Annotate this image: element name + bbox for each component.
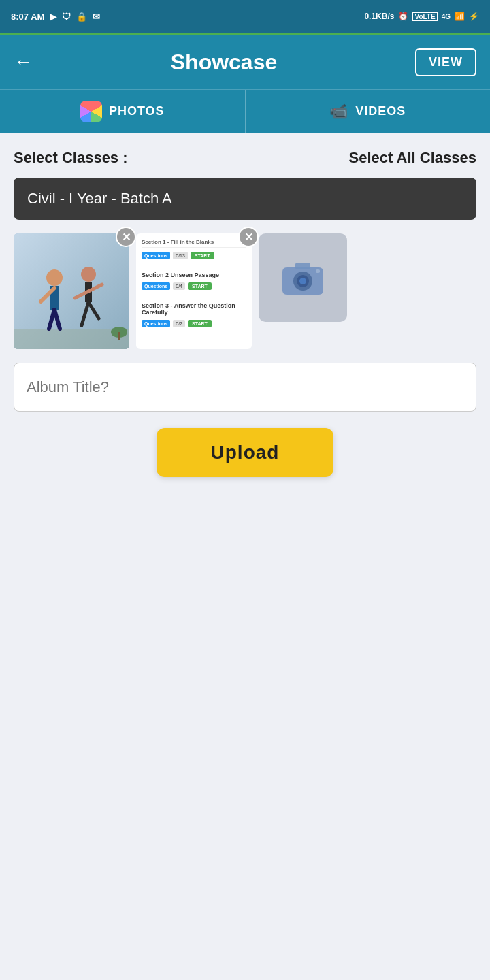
upload-button-wrapper: Upload <box>14 428 476 477</box>
photos-icon <box>80 101 102 122</box>
tabs-bar: PHOTOS 📹 VIDEOS <box>0 89 490 133</box>
remove-photo-2-button[interactable]: ✕ <box>238 227 259 247</box>
battery-icon: ⚡ <box>469 12 479 21</box>
tab-photos[interactable]: PHOTOS <box>0 90 246 133</box>
vpn-icon: 🔒 <box>76 12 87 22</box>
alarm-icon: ⏰ <box>398 12 408 21</box>
header: ← Showcase VIEW <box>0 35 490 89</box>
svg-rect-3 <box>118 332 120 340</box>
add-photo-button[interactable] <box>259 233 347 322</box>
select-all-classes-button[interactable]: Select All Classes <box>348 149 476 167</box>
content-area: Select Classes : Select All Classes Civi… <box>0 133 490 980</box>
selected-class-text: Civil - I Year - Batch A <box>27 190 172 207</box>
select-classes-row: Select Classes : Select All Classes <box>14 149 476 167</box>
shield-icon: 🛡 <box>62 12 71 22</box>
photo-thumb-2[interactable]: Section 1 - Fill in the Blanks Questions… <box>136 233 252 349</box>
svg-point-4 <box>46 270 63 286</box>
remove-photo-1-button[interactable]: ✕ <box>116 227 136 247</box>
gmail-icon: ✉ <box>93 12 100 22</box>
back-button[interactable]: ← <box>14 51 33 73</box>
svg-rect-19 <box>295 263 310 270</box>
volte-icon: VoLTE <box>412 12 437 21</box>
svg-rect-20 <box>316 270 320 273</box>
tab-photos-label: PHOTOS <box>109 104 165 118</box>
yoga-image-svg <box>14 233 129 349</box>
page-title: Showcase <box>33 50 415 75</box>
youtube-icon: ▶ <box>50 12 56 22</box>
status-bar: 8:07 AM ▶ 🛡 🔒 ✉ 0.1KB/s ⏰ VoLTE 4G 📶 ⚡ <box>0 0 490 33</box>
tab-videos[interactable]: 📹 VIDEOS <box>246 90 491 133</box>
status-right: 0.1KB/s ⏰ VoLTE 4G 📶 ⚡ <box>364 12 479 21</box>
video-icon: 📹 <box>329 103 348 120</box>
view-button[interactable]: VIEW <box>415 48 476 76</box>
upload-button[interactable]: Upload <box>157 428 334 477</box>
class-dropdown[interactable]: Civil - I Year - Batch A <box>14 178 476 220</box>
status-left: 8:07 AM ▶ 🛡 🔒 ✉ <box>11 12 100 22</box>
svg-point-9 <box>81 267 96 282</box>
yoga-photo <box>14 233 129 349</box>
speed-indicator: 0.1KB/s <box>364 12 394 21</box>
signal-icon: 📶 <box>455 12 465 21</box>
quiz-photo: Section 1 - Fill in the Blanks Questions… <box>136 233 252 349</box>
photo-thumb-1[interactable]: ✕ <box>14 233 129 349</box>
network-icon: 4G <box>442 13 451 20</box>
select-classes-label: Select Classes : <box>14 149 128 167</box>
svg-point-18 <box>299 278 306 284</box>
image-grid: ✕ Section 1 - Fill in the Blanks Questio… <box>14 233 476 349</box>
camera-icon <box>279 257 327 298</box>
album-title-input[interactable] <box>14 363 476 412</box>
status-time: 8:07 AM <box>11 12 44 22</box>
tab-videos-label: VIDEOS <box>355 104 406 118</box>
